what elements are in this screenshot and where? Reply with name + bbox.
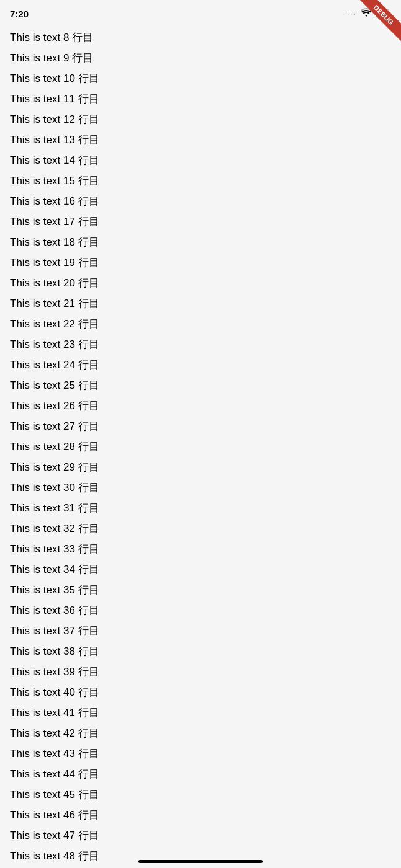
list-item: This is text 29 行目 [10,457,401,477]
list-item: This is text 48 行目 [10,846,401,866]
list-item: This is text 23 行目 [10,334,401,355]
list-item: This is text 13 行目 [10,130,401,150]
list-item: This is text 27 行目 [10,416,401,436]
list-item: This is text 9 行目 [10,48,401,68]
list-item: This is text 36 行目 [10,600,401,621]
list-item: This is text 33 行目 [10,539,401,559]
list-item: This is text 38 行目 [10,641,401,662]
list-item: This is text 21 行目 [10,293,401,314]
list-item: This is text 40 行目 [10,682,401,702]
list-item: This is text 47 行目 [10,825,401,846]
list-item: This is text 44 行目 [10,764,401,784]
list-item: This is text 37 行目 [10,621,401,641]
list-item: This is text 17 行目 [10,211,401,232]
list-item: This is text 31 行目 [10,498,401,518]
list-item: This is text 19 行目 [10,252,401,273]
list-item: This is text 15 行目 [10,170,401,191]
list-item: This is text 26 行目 [10,396,401,416]
list-item: This is text 20 行目 [10,273,401,293]
list-item: This is text 22 行目 [10,314,401,334]
list-item: This is text 46 行目 [10,805,401,825]
list-item: This is text 32 行目 [10,518,401,539]
list-item: This is text 34 行目 [10,559,401,580]
list-item: This is text 14 行目 [10,150,401,170]
home-indicator [138,860,263,863]
list-item: This is text 28 行目 [10,436,401,457]
list-item: This is text 16 行目 [10,191,401,211]
list-item: This is text 18 行目 [10,232,401,252]
list-item: This is text 25 行目 [10,375,401,396]
list-item: This is text 10 行目 [10,68,401,89]
list-item: This is text 35 行目 [10,580,401,600]
list-item: This is text 39 行目 [10,662,401,682]
content-area: This is text 8 行目This is text 9 行目This i… [0,0,401,868]
list-item: This is text 24 行目 [10,355,401,375]
status-time: 7:20 [10,9,29,19]
status-bar: 7:20 ···· [0,0,401,27]
list-item: This is text 8 行目 [10,27,401,48]
list-item: This is text 11 行目 [10,89,401,109]
list-item: This is text 43 行目 [10,743,401,764]
list-item: This is text 45 行目 [10,784,401,805]
list-item: This is text 30 行目 [10,477,401,498]
list-item: This is text 12 行目 [10,109,401,130]
list-item: This is text 42 行目 [10,723,401,743]
list-item: This is text 41 行目 [10,702,401,723]
debug-ribbon: DEBUG [351,0,401,50]
debug-label: DEBUG [358,0,401,41]
